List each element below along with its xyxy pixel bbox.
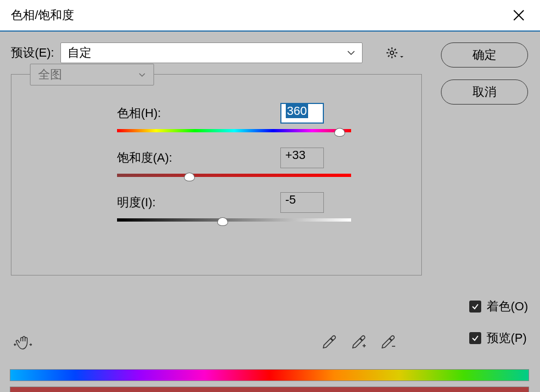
scope-value: 全图 — [38, 66, 62, 83]
chevron-down-icon — [347, 50, 355, 56]
colorize-checkbox[interactable]: 着色(O) — [469, 298, 528, 315]
options-checkboxes: 着色(O) 预览(P) — [469, 298, 528, 346]
hue-slider[interactable] — [117, 129, 351, 132]
saturation-slider-handle[interactable] — [184, 173, 195, 181]
preset-select[interactable]: 自定 — [60, 42, 363, 63]
cancel-button[interactable]: 取消 — [441, 79, 528, 105]
svg-line-6 — [395, 56, 396, 57]
scrubby-hand-tool[interactable] — [13, 334, 34, 354]
titlebar: 色相/饱和度 — [0, 0, 540, 32]
hue-row: 色相(H): 360 — [117, 103, 408, 124]
saturation-label: 饱和度(A): — [117, 150, 215, 166]
checkbox-checked-icon — [469, 332, 481, 344]
spectrum-bar-result — [10, 387, 529, 392]
eyedropper-icon[interactable] — [321, 334, 338, 350]
preset-options-button[interactable] — [385, 46, 404, 59]
slider-group: 色相(H): 360 饱和度(A): +33 明度(I): -5 — [117, 103, 408, 222]
dialog-title: 色相/饱和度 — [11, 7, 74, 23]
dialog-content: 预设(E): 自定 确定 取消 全图 色相( — [0, 32, 540, 286]
scope-select[interactable]: 全图 — [30, 64, 154, 85]
preview-label: 预览(P) — [487, 330, 526, 346]
color-spectrum-bars — [10, 369, 529, 392]
hue-label: 色相(H): — [117, 105, 215, 121]
svg-line-8 — [388, 56, 390, 57]
svg-line-7 — [395, 49, 396, 51]
action-buttons: 确定 取消 — [441, 42, 528, 105]
preset-value: 自定 — [68, 45, 91, 61]
hue-slider-handle[interactable] — [334, 128, 345, 137]
preset-label: 预设(E): — [11, 45, 54, 61]
chevron-down-icon — [400, 48, 404, 58]
svg-point-0 — [390, 51, 394, 54]
colorize-label: 着色(O) — [487, 298, 528, 315]
eyedropper-minus-icon[interactable] — [380, 334, 396, 350]
saturation-slider[interactable] — [117, 174, 351, 177]
lightness-input[interactable]: -5 — [280, 192, 324, 213]
lightness-slider[interactable] — [117, 218, 351, 222]
hue-input[interactable]: 360 — [280, 103, 324, 124]
checkbox-checked-icon — [469, 301, 481, 313]
close-icon[interactable] — [508, 5, 529, 26]
eyedropper-tools — [321, 334, 396, 350]
adjustment-panel: 全图 色相(H): 360 饱和度(A): +33 明度(I): - — [11, 74, 422, 275]
lightness-row: 明度(I): -5 — [117, 192, 408, 213]
eyedropper-plus-icon[interactable] — [351, 334, 367, 350]
svg-line-5 — [388, 49, 390, 51]
chevron-down-icon — [138, 72, 146, 77]
spectrum-bar-source — [10, 369, 529, 381]
gear-icon — [385, 46, 398, 59]
lightness-label: 明度(I): — [117, 194, 215, 211]
preview-checkbox[interactable]: 预览(P) — [469, 330, 528, 346]
saturation-row: 饱和度(A): +33 — [117, 148, 408, 168]
lightness-slider-handle[interactable] — [217, 217, 228, 226]
ok-button[interactable]: 确定 — [441, 42, 528, 68]
saturation-input[interactable]: +33 — [280, 148, 324, 168]
